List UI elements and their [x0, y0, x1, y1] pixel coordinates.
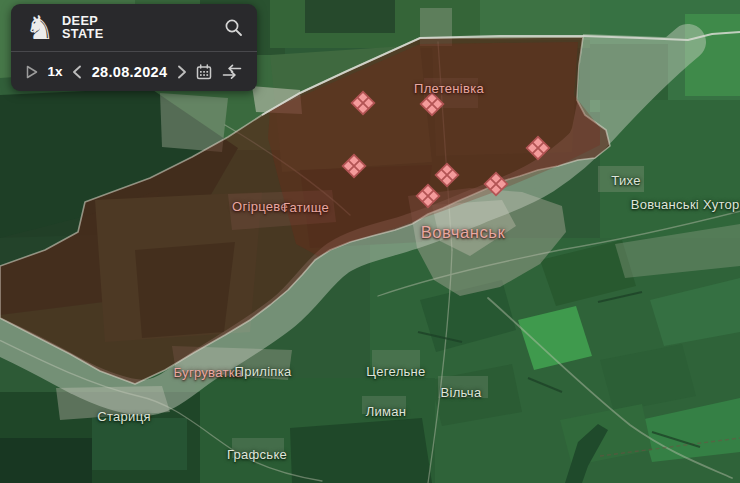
calendar-button[interactable] [196, 64, 212, 80]
compare-button[interactable] [222, 64, 242, 80]
deepstate-logo[interactable]: ♞ DEEP STATE [25, 13, 106, 43]
current-date[interactable]: 28.08.2024 [92, 64, 168, 80]
deepstate-map-app: Плетенівка Огірцеве Гатище Вовчанськ Тих… [0, 0, 740, 483]
battle-marker[interactable] [525, 135, 551, 161]
battle-diamond-icon [525, 135, 551, 161]
play-button[interactable] [26, 65, 38, 79]
logo-text: DEEP STATE [62, 15, 104, 40]
converging-arrows-icon [222, 64, 242, 80]
battle-marker[interactable] [341, 153, 367, 179]
battle-marker[interactable] [415, 183, 441, 209]
battle-diamond-icon [483, 171, 509, 197]
calendar-icon [196, 64, 212, 80]
deepstate-panel: ♞ DEEP STATE 1x [11, 4, 257, 91]
play-icon [26, 65, 38, 79]
search-icon [224, 18, 243, 37]
battle-marker[interactable] [419, 91, 445, 117]
next-day-button[interactable] [177, 65, 187, 79]
battle-diamond-icon [419, 91, 445, 117]
chevron-right-icon [177, 65, 187, 79]
search-button[interactable] [224, 18, 243, 37]
battle-marker[interactable] [350, 90, 376, 116]
playback-speed[interactable]: 1x [48, 64, 63, 79]
battle-diamond-icon [415, 183, 441, 209]
prev-day-button[interactable] [72, 65, 82, 79]
chess-knight-icon: ♞ [25, 13, 55, 43]
chevron-left-icon [72, 65, 82, 79]
battle-diamond-icon [341, 153, 367, 179]
battle-marker[interactable] [483, 171, 509, 197]
battle-diamond-icon [350, 90, 376, 116]
